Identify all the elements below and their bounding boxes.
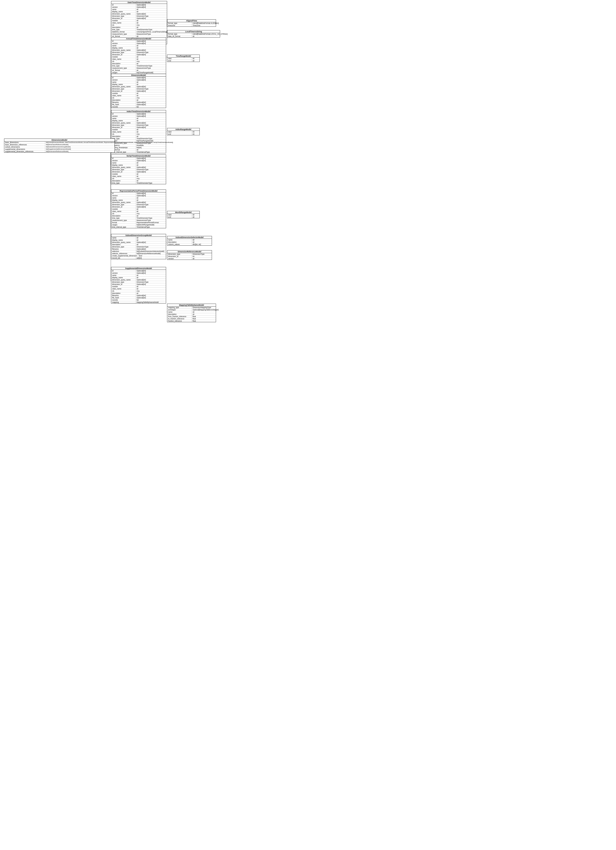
table-row: to_fraction_tolerancefloat <box>167 318 216 320</box>
table-row: modulestr <box>111 208 166 210</box>
table-row: idOptional[int] <box>111 76 166 79</box>
RepresentativePeriodTimeDimensionModel-box: RepresentativePeriodTimeDimensionModel i… <box>111 190 166 228</box>
table-row: versionOptional[int] <box>111 195 166 197</box>
table-row: idOptional[int] <box>111 40 166 42</box>
table-row: dimension_query_nameOptional[str] <box>111 49 166 51</box>
table-row: descriptionstr <box>111 244 166 246</box>
table-row: dimension_idOptional[int] <box>111 206 166 208</box>
table-row: dimension_query_nameOptional[str] <box>111 85 166 88</box>
table-row: idOptional[int] <box>111 113 166 115</box>
table-row: namestr <box>111 274 166 277</box>
table-row: supplemental_dimension_references list[D… <box>4 150 115 153</box>
table-row: display_namestr <box>111 164 166 166</box>
table-row: time_typeTimeDimensionType <box>111 65 166 67</box>
MonthRangeModel-box: MonthRangeModel startstr endstr <box>167 211 200 218</box>
SupplementalDimensionModel-title: SupplementalDimensionModel <box>111 267 166 270</box>
table-row: endint <box>167 133 199 135</box>
table-row: dimension_query_nameOptional[str] <box>111 241 166 244</box>
table-row: idOptional[int] <box>111 270 166 272</box>
table-row: file_hashOptional[str] <box>111 103 166 106</box>
MappingTableByNameModel-title: MappingTableByNameModel <box>167 304 216 307</box>
table-row: namestr <box>111 197 166 199</box>
diagram-container: DateTimeDimensionModel idOptional[int] v… <box>0 0 616 850</box>
DimensionsModel-box: DimensionsModel base_dimensions list[Uni… <box>4 139 115 153</box>
table-row: dimension_idOptional[int] <box>111 54 166 56</box>
DimensionModel-box: DimensionModel idOptional[int] versionOp… <box>111 74 166 108</box>
table-row: descriptionstr <box>111 99 166 101</box>
table-row: time_typeTimeDimensionType <box>111 28 167 31</box>
table-row: mappingMappingTableByNameModel <box>111 301 166 303</box>
table-row: display_namestr <box>111 47 166 49</box>
table-row: measurement_typeMeasurementType <box>111 219 166 221</box>
DimensionModel-title: DimensionModel <box>111 74 166 76</box>
IndexTimeDimensionModel-title: IndexTimeDimensionModel <box>111 110 166 113</box>
AnnualTimeDimensionModel-box: AnnualTimeDimensionModel idOptional[int]… <box>111 37 166 76</box>
table-row: versionOptional[int] <box>111 272 166 274</box>
SupplementalDimensionModel-box: SupplementalDimensionModel idOptional[in… <box>111 267 166 304</box>
table-row: class_namestr <box>111 288 166 290</box>
AnnualTimeDimensionModel-title: AnnualTimeDimensionModel <box>111 37 166 40</box>
table-row: descriptionstr <box>111 215 166 217</box>
table-row: modulestr <box>111 56 166 58</box>
table-row: display_namestr <box>111 199 166 201</box>
DimensionReferenceModel-box: DimensionReferenceModel dimension_typeDi… <box>167 250 212 260</box>
MonthRangeModel-title: MonthRangeModel <box>167 211 199 214</box>
table-row: modulestr <box>111 173 166 175</box>
table-row: display_namestr <box>111 239 166 241</box>
table-row: rangeslist[MonthRangeModel] <box>111 224 166 226</box>
table-row: class_namestr <box>111 131 166 133</box>
table-row: dimension_idOptional[int] <box>111 90 166 92</box>
table-row: class_namestr <box>111 22 167 24</box>
table-row: clsAny <box>111 133 166 135</box>
NoOpTimeDimensionModel-title: NoOpTimeDimensionModel <box>111 155 166 157</box>
table-row: idOptional[int] <box>111 157 166 160</box>
table-row: class_namestr <box>111 94 166 97</box>
table-row: dimension_typeDimensionType <box>111 246 166 248</box>
table-row: dimension_typeDimensionType <box>111 281 166 283</box>
table-row: format_typeLiteral[DatetimeFormat.LOCAL_… <box>167 33 220 35</box>
table-row: modulestr <box>111 129 166 131</box>
DimensionsModel-title: DimensionsModel <box>4 139 115 141</box>
table-row: modulestr <box>111 286 166 288</box>
table-row: formatRepresentativePeriodFormat <box>111 221 166 224</box>
table-row: namestr <box>111 237 166 239</box>
NoOpTimeDimensionModel-box: NoOpTimeDimensionModel idOptional[int] v… <box>111 154 166 184</box>
IndexRangeModel-title: IndexRangeModel <box>167 128 199 131</box>
table-row: measurement_typeMeasurementType <box>111 33 167 35</box>
table-row: startstr <box>167 57 199 60</box>
table-row: create_supplemental_dimensionbool <box>111 255 166 257</box>
LocalTimeAsString-title: LocalTimeAsString <box>167 30 220 33</box>
table-row: clsAny <box>111 178 166 180</box>
table-row: base_dimension_references list[Dimension… <box>4 144 115 146</box>
table-row: dimension_query_nameOptional[str] <box>111 166 166 169</box>
table-row: dimension_typeDimensionType <box>111 169 166 171</box>
AlignedTime-box: AlignedTime format_typeLiteral[DatetimeF… <box>167 19 216 27</box>
table-row: display_namestr <box>111 83 166 85</box>
table-row: dimension_idOptional[int] <box>111 283 166 286</box>
table-row: file_hashOptional[str] <box>111 297 166 299</box>
connections-svg <box>0 0 616 850</box>
table-row: endstr <box>167 216 199 218</box>
table-row: versionOptional[int] <box>111 42 166 45</box>
SubsetDimensionSelectorModel-title: SubsetDimensionSelectorModel <box>167 236 212 239</box>
table-row: namestr <box>167 311 216 313</box>
table-row: display_namestr <box>111 277 166 279</box>
table-row: time_typeTimeDimensionType <box>111 182 166 184</box>
table-row: descriptionstr <box>111 180 166 182</box>
table-row: clsAny <box>111 212 166 215</box>
table-row: dimension_query_nameOptional[str] <box>111 13 167 15</box>
table-row: supplemental_dimensions list[Supplementa… <box>4 148 115 150</box>
TimeRangeModel-box: TimeRangeModel startstr endstr <box>167 55 200 62</box>
table-row: clsAny <box>111 24 167 26</box>
table-row: dimension_query_nameOptional[str] <box>111 279 166 281</box>
table-row: descriptionstr <box>111 135 166 138</box>
table-row: filenameOptional[str] <box>111 248 166 250</box>
IndexRangeModel-box: IndexRangeModel startint endint <box>167 128 200 135</box>
table-row: modulestr <box>111 19 167 22</box>
table-row: column_valuesdict[str, str] <box>167 243 212 245</box>
table-row: selector_referenceslist[DimensionReferen… <box>111 253 166 255</box>
table-row: descriptionstr <box>167 241 212 243</box>
table-row: datetime_formatUnion[AlignedTime, LocalT… <box>111 31 167 33</box>
table-row: descriptionstr <box>111 292 166 295</box>
table-row: namestr <box>111 81 166 83</box>
